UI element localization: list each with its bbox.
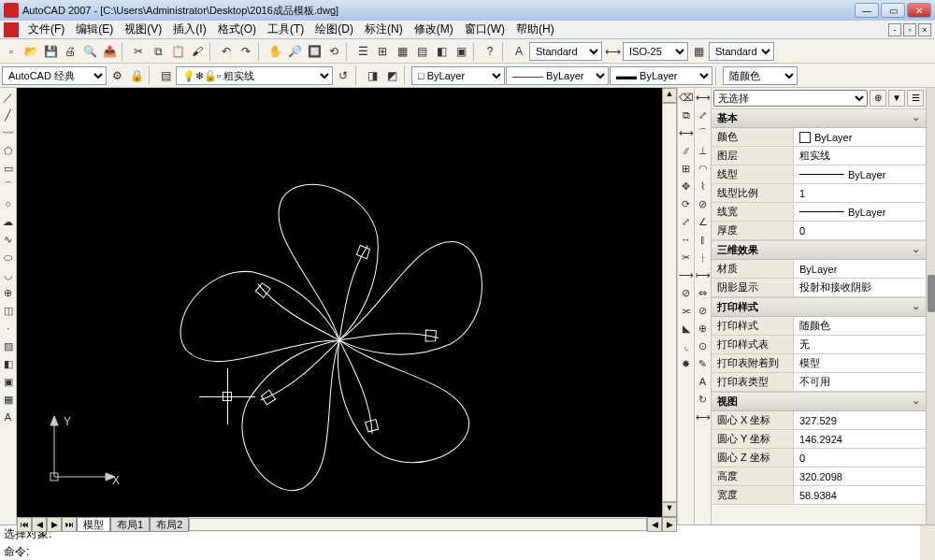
canvas[interactable]: Y X bbox=[17, 88, 662, 517]
tab-last-icon[interactable]: ⏭ bbox=[62, 517, 77, 532]
stretch-icon[interactable]: ↔ bbox=[679, 232, 694, 247]
extend-icon[interactable]: ⟶ bbox=[679, 267, 694, 282]
preview-icon[interactable]: 🔍 bbox=[80, 42, 99, 61]
section-3d[interactable]: 三维效果⌄ bbox=[712, 240, 926, 260]
mtext-icon[interactable]: A bbox=[1, 409, 16, 424]
tablestyle-combo[interactable]: Standard bbox=[709, 42, 774, 61]
point-icon[interactable]: · bbox=[1, 321, 16, 336]
select-icon[interactable]: ☰ bbox=[907, 90, 924, 107]
array-icon[interactable]: ⊞ bbox=[679, 161, 694, 176]
menu-dimension[interactable]: 标注(N) bbox=[359, 22, 409, 37]
menu-insert[interactable]: 插入(I) bbox=[167, 22, 211, 37]
maximize-button[interactable]: ▭ bbox=[881, 3, 905, 18]
arc-icon[interactable]: ⌒ bbox=[1, 179, 16, 194]
properties-icon[interactable]: ☰ bbox=[353, 42, 372, 61]
explode-icon[interactable]: ✸ bbox=[679, 356, 694, 371]
selection-combo[interactable]: 无选择 bbox=[713, 90, 868, 107]
publish-icon[interactable]: 📤 bbox=[100, 42, 119, 61]
menu-edit[interactable]: 编辑(E) bbox=[70, 22, 119, 37]
menu-modify[interactable]: 修改(M) bbox=[409, 22, 459, 37]
zoom-prev-icon[interactable]: ⟲ bbox=[324, 42, 343, 61]
fillet-icon[interactable]: ◟ bbox=[679, 338, 694, 353]
prop-color-value[interactable]: ByLayer bbox=[794, 128, 926, 146]
ellipsearc-icon[interactable]: ◡ bbox=[1, 267, 16, 282]
polygon-icon[interactable]: ⬠ bbox=[1, 143, 16, 158]
dimbase-icon[interactable]: ⟊ bbox=[696, 250, 711, 265]
tab-model[interactable]: 模型 bbox=[77, 517, 110, 532]
matchprop-icon[interactable]: 🖌 bbox=[188, 42, 207, 61]
markup-icon[interactable]: ◧ bbox=[432, 42, 451, 61]
mirror-icon[interactable]: ⟷ bbox=[679, 125, 694, 140]
scroll-up-icon[interactable]: ▲ bbox=[662, 88, 677, 103]
dimstyle-icon[interactable]: ⟷ bbox=[603, 42, 622, 61]
lineweight-combo[interactable]: ▬▬ ByLayer bbox=[610, 66, 712, 85]
block-icon[interactable]: ◫ bbox=[1, 303, 16, 318]
dimcont-icon[interactable]: ⟼ bbox=[696, 267, 711, 282]
menu-view[interactable]: 视图(V) bbox=[119, 22, 167, 37]
copy2-icon[interactable]: ⧉ bbox=[679, 108, 694, 122]
prop-cz-value[interactable]: 0 bbox=[794, 449, 926, 467]
vscrollbar[interactable]: ▲ ▼ bbox=[662, 88, 677, 517]
palette-icon[interactable]: ▦ bbox=[393, 42, 411, 61]
trim-icon[interactable]: ✂ bbox=[679, 250, 694, 265]
dimord-icon[interactable]: ⊥ bbox=[696, 143, 711, 158]
pan-icon[interactable]: ✋ bbox=[266, 42, 284, 61]
paste-icon[interactable]: 📋 bbox=[168, 42, 187, 61]
dimarc-icon[interactable]: ⌒ bbox=[696, 125, 711, 140]
tab-next-icon[interactable]: ▶ bbox=[47, 517, 62, 532]
undo-icon[interactable]: ↶ bbox=[217, 42, 236, 61]
move-icon[interactable]: ✥ bbox=[679, 179, 694, 194]
prop-ltype-value[interactable]: ByLayer bbox=[794, 165, 926, 183]
workspace-combo[interactable]: AutoCAD 经典 bbox=[2, 66, 107, 85]
mdi-minimize[interactable]: - bbox=[888, 23, 901, 36]
calc-icon[interactable]: ▣ bbox=[452, 42, 470, 61]
textstyle-combo[interactable]: Standard bbox=[529, 42, 602, 61]
prop-pstyle-value[interactable]: 随颜色 bbox=[794, 317, 926, 335]
dimbreak-icon[interactable]: ⊘ bbox=[696, 303, 711, 318]
mdi-restore[interactable]: ▫ bbox=[903, 23, 916, 36]
menu-tools[interactable]: 工具(T) bbox=[262, 22, 309, 37]
acad-icon[interactable] bbox=[4, 22, 19, 37]
menu-file[interactable]: 文件(F) bbox=[22, 22, 70, 37]
pickadd-icon[interactable]: ⊕ bbox=[870, 90, 886, 107]
menu-draw[interactable]: 绘图(D) bbox=[309, 22, 359, 37]
dimrad-icon[interactable]: ◠ bbox=[696, 161, 711, 176]
section-basic[interactable]: 基本⌄ bbox=[712, 108, 926, 128]
mdi-close[interactable]: × bbox=[918, 23, 931, 36]
rotate-icon[interactable]: ⟳ bbox=[679, 196, 694, 211]
pline-icon[interactable]: 〰 bbox=[1, 125, 16, 140]
spline-icon[interactable]: ∿ bbox=[1, 232, 16, 247]
color-combo[interactable]: □ ByLayer bbox=[411, 66, 505, 85]
erase-icon[interactable]: ⌫ bbox=[679, 90, 694, 105]
xline-icon[interactable]: ╱ bbox=[1, 108, 16, 122]
command-scrollbar[interactable] bbox=[920, 525, 935, 560]
layer-off-icon[interactable]: ◩ bbox=[382, 66, 401, 85]
prop-lscale-value[interactable]: 1 bbox=[794, 184, 926, 202]
dimstyle-combo[interactable]: ISO-25 bbox=[623, 42, 688, 61]
layer-combo[interactable]: 💡❄🔓▫ 粗实线 bbox=[176, 66, 333, 85]
prop-ptable-value[interactable]: 无 bbox=[794, 336, 926, 353]
quickselect-icon[interactable]: ▼ bbox=[888, 90, 905, 107]
dimang-icon[interactable]: ∠ bbox=[696, 214, 711, 229]
dimspace-icon[interactable]: ⇔ bbox=[696, 285, 711, 300]
dimedit-icon[interactable]: ✎ bbox=[696, 356, 711, 371]
workspace-settings-icon[interactable]: ⚙ bbox=[108, 66, 126, 85]
scroll-down-icon[interactable]: ▼ bbox=[662, 502, 677, 517]
circle-icon[interactable]: ○ bbox=[1, 196, 16, 211]
tab-layout2[interactable]: 布局2 bbox=[150, 517, 189, 532]
revcloud-icon[interactable]: ☁ bbox=[1, 214, 16, 229]
properties-scrollbar[interactable] bbox=[926, 88, 935, 524]
dimjog-icon[interactable]: ⌇ bbox=[696, 179, 711, 194]
section-view[interactable]: 视图⌄ bbox=[712, 392, 926, 411]
cut-icon[interactable]: ✂ bbox=[129, 42, 148, 61]
table-icon[interactable]: ▦ bbox=[1, 392, 16, 407]
prop-cy-value[interactable]: 146.2924 bbox=[794, 430, 926, 448]
linetype-combo[interactable]: ——— ByLayer bbox=[506, 66, 609, 85]
textstyle-icon[interactable]: A bbox=[510, 42, 528, 61]
zoom-win-icon[interactable]: 🔲 bbox=[305, 42, 324, 61]
prop-cx-value[interactable]: 327.529 bbox=[794, 411, 926, 429]
scroll-left-icon[interactable]: ◀ bbox=[647, 517, 662, 532]
insert-icon[interactable]: ⊕ bbox=[1, 285, 16, 300]
new-icon[interactable]: ▫ bbox=[2, 42, 21, 61]
tablestyle-icon[interactable]: ▦ bbox=[689, 42, 708, 61]
